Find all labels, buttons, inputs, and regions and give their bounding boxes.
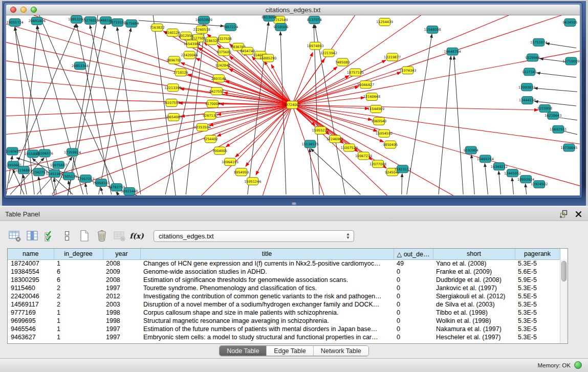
- network-window-titlebar[interactable]: citations_edges.txt: [6, 5, 580, 15]
- table-header-row[interactable]: namein_degreeyeartitle△ out_de…shortpage…: [8, 249, 560, 259]
- table-cell[interactable]: 1: [54, 317, 103, 325]
- table-cell[interactable]: Tourette syndrome. Phenomenology and cla…: [140, 284, 394, 292]
- table-cell[interactable]: 5.3E-5: [515, 284, 560, 292]
- table-row[interactable]: 969969511998Structural magnetic resonanc…: [8, 317, 560, 325]
- splitter-grip[interactable]: [292, 202, 296, 205]
- function-builder-icon[interactable]: f(x): [129, 228, 144, 244]
- table-cell[interactable]: 2008: [103, 276, 140, 284]
- table-cell[interactable]: 5.9E-5: [515, 276, 560, 284]
- column-header-in_degree[interactable]: in_degree: [54, 249, 103, 259]
- table-cell[interactable]: 2008: [103, 259, 140, 268]
- table-cell[interactable]: Franke et al. (2009): [433, 268, 515, 276]
- table-cell[interactable]: 0: [394, 292, 433, 300]
- tab-node-table[interactable]: Node Table: [220, 346, 267, 356]
- table-cell[interactable]: 1998: [103, 309, 140, 317]
- table-cell[interactable]: 2: [54, 300, 103, 309]
- table-row[interactable]: 1456911722003Disruption of a novel membe…: [8, 300, 560, 309]
- table-cell[interactable]: 0: [394, 284, 433, 292]
- table-cell[interactable]: 0: [394, 276, 433, 284]
- table-cell[interactable]: Stergiakouli et al. (2012): [433, 292, 515, 300]
- table-cell[interactable]: 5.6E-5: [515, 268, 560, 276]
- table-cell[interactable]: Jankovic et al. (1997): [433, 284, 515, 292]
- attribute-table[interactable]: namein_degreeyeartitle△ out_de…shortpage…: [7, 248, 568, 344]
- graph-nodes[interactable]: 2226053891275088912954816012471638228186…: [6, 15, 580, 195]
- table-cell[interactable]: Dudbridge et al. (2008): [433, 276, 515, 284]
- table-cell[interactable]: 5.3E-5: [515, 309, 560, 317]
- table-cell[interactable]: 19384554: [8, 268, 54, 276]
- table-cell[interactable]: 1998: [103, 317, 140, 325]
- column-header-out_de[interactable]: △ out_de…: [394, 249, 433, 259]
- table-cell[interactable]: 1: [54, 325, 103, 333]
- table-cell[interactable]: 6: [54, 276, 103, 284]
- table-cell[interactable]: 5.3E-5: [515, 333, 560, 341]
- table-cell[interactable]: 1: [54, 309, 103, 317]
- table-row[interactable]: 1872400712008Changes of HCN gene express…: [8, 259, 560, 268]
- table-cell[interactable]: Structural magnetic resonance image aver…: [140, 317, 394, 325]
- delete-rows-icon[interactable]: [94, 228, 110, 244]
- table-cell[interactable]: 22420046: [8, 292, 54, 300]
- table-cell[interactable]: 1: [54, 333, 103, 341]
- table-cell[interactable]: 0: [394, 333, 433, 341]
- table-selector-dropdown[interactable]: citations_edges.txt ▲▼: [154, 230, 354, 242]
- table-cell[interactable]: Embryonic stem cells: a model to study s…: [140, 333, 394, 341]
- table-cell[interactable]: 2003: [103, 300, 140, 309]
- table-row[interactable]: 977716911998Corpus callosum shape and si…: [8, 309, 560, 317]
- table-cell[interactable]: Wolkin et al. (1998): [433, 317, 515, 325]
- table-cell[interactable]: 5.3E-5: [515, 317, 560, 325]
- table-cell[interactable]: 6: [54, 268, 103, 276]
- table-cell[interactable]: 9465546: [8, 325, 54, 333]
- table-cell[interactable]: 2009: [103, 268, 140, 276]
- column-header-title[interactable]: title: [140, 249, 394, 259]
- row-height-icon[interactable]: [59, 228, 75, 244]
- close-panel-icon[interactable]: [575, 211, 582, 217]
- table-row[interactable]: 946362711997Embryonic stem cells: a mode…: [8, 333, 560, 341]
- table-cell[interactable]: 0: [394, 325, 433, 333]
- table-cell[interactable]: 1: [54, 259, 103, 268]
- table-cell[interactable]: 18724007: [8, 259, 54, 268]
- tab-edge-table[interactable]: Edge Table: [267, 346, 313, 356]
- scrollbar-thumb[interactable]: [561, 261, 567, 281]
- table-cell[interactable]: 0: [394, 317, 433, 325]
- table-cell[interactable]: Disruption of a novel member of a sodium…: [140, 300, 394, 309]
- table-row[interactable]: 1830029562008Estimation of significance …: [8, 276, 560, 284]
- table-cell[interactable]: Corpus callosum shape and size in male p…: [140, 309, 394, 317]
- column-header-name[interactable]: name: [8, 249, 54, 259]
- table-cell[interactable]: 9777169: [8, 309, 54, 317]
- table-cell[interactable]: 0: [394, 268, 433, 276]
- table-cell[interactable]: 0: [394, 300, 433, 309]
- table-cell[interactable]: Estimation of significance thresholds fo…: [140, 276, 394, 284]
- table-cell[interactable]: 2012: [103, 292, 140, 300]
- table-cell[interactable]: Genome-wide association studies in ADHD.: [140, 268, 394, 276]
- table-cell[interactable]: Hescheler et al. (1997): [433, 333, 515, 341]
- table-cell[interactable]: 14569117: [8, 300, 54, 309]
- table-cell[interactable]: de Silva et al. (2003): [433, 300, 515, 309]
- table-cell[interactable]: 5.5E-5: [515, 292, 560, 300]
- table-row[interactable]: 946554611997Estimation of the future num…: [8, 325, 560, 333]
- table-cell[interactable]: 2: [54, 284, 103, 292]
- delete-table-icon[interactable]: [112, 228, 127, 244]
- table-cell[interactable]: Changes of HCN gene expression and I(f) …: [140, 259, 394, 268]
- table-row[interactable]: 911546021997Tourette syndrome. Phenomeno…: [8, 284, 560, 292]
- new-table-icon[interactable]: [77, 228, 92, 244]
- table-cell[interactable]: 2: [54, 292, 103, 300]
- table-cell[interactable]: 1997: [103, 284, 140, 292]
- table-cell[interactable]: 0: [394, 309, 433, 317]
- table-row[interactable]: 2242004622012Investigating the contribut…: [8, 292, 560, 300]
- table-cell[interactable]: 9115460: [8, 284, 54, 292]
- table-cell[interactable]: 9463627: [8, 333, 54, 341]
- table-cell[interactable]: 5.3E-5: [515, 300, 560, 309]
- vertical-scrollbar[interactable]: [560, 259, 568, 343]
- column-header-short[interactable]: short: [433, 249, 515, 259]
- table-cell[interactable]: 1997: [103, 325, 140, 333]
- table-cell[interactable]: 5.3E-5: [515, 325, 560, 333]
- table-cell[interactable]: Investigating the contribution of common…: [140, 292, 394, 300]
- network-graph-canvas[interactable]: 2226053891275088912954816012471638228186…: [6, 15, 580, 195]
- table-cell[interactable]: 49: [394, 259, 433, 268]
- table-cell[interactable]: 9699695: [8, 317, 54, 325]
- table-cell[interactable]: Yano et al. (2008): [433, 259, 515, 268]
- column-header-pagerank[interactable]: pagerank: [515, 249, 560, 259]
- float-panel-icon[interactable]: [560, 210, 568, 218]
- table-cell[interactable]: Tibbo et al. (1998): [433, 309, 515, 317]
- table-cell[interactable]: 1997: [103, 333, 140, 341]
- table-settings-icon[interactable]: [7, 228, 23, 244]
